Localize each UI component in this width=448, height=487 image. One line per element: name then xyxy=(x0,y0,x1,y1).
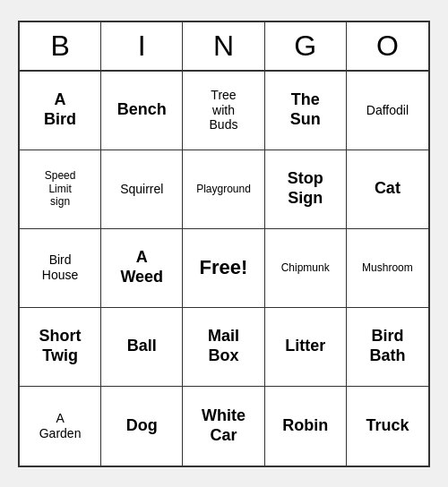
bingo-cell: ABird xyxy=(20,72,101,150)
bingo-cell: BirdBath xyxy=(347,308,428,387)
cell-label: TreewithBuds xyxy=(210,88,238,132)
cell-label: Cat xyxy=(375,179,401,199)
bingo-cell: Mushroom xyxy=(347,229,428,308)
bingo-cell: Daffodil xyxy=(347,72,428,150)
header-letter: I xyxy=(101,22,183,70)
bingo-card: BINGO ABirdBenchTreewithBudsTheSunDaffod… xyxy=(18,21,430,467)
bingo-cell: Dog xyxy=(101,387,183,466)
header-letter: G xyxy=(265,22,347,70)
cell-label: Ball xyxy=(127,337,157,356)
cell-label: AWeed xyxy=(120,248,163,286)
cell-label: Free! xyxy=(200,256,248,279)
bingo-cell: Playground xyxy=(183,150,264,229)
bingo-cell: SpeedLimitsign xyxy=(20,150,101,229)
bingo-cell: Free! xyxy=(183,229,264,308)
cell-label: ShortTwig xyxy=(39,327,82,365)
bingo-cell: Cat xyxy=(347,150,428,229)
bingo-cell: TheSun xyxy=(265,72,347,150)
cell-label: SpeedLimitsign xyxy=(45,169,76,208)
cell-label: TheSun xyxy=(290,90,321,129)
cell-label: Squirrel xyxy=(120,182,163,197)
cell-label: AGarden xyxy=(39,411,82,441)
bingo-cell: ShortTwig xyxy=(20,308,101,387)
bingo-cell: Bench xyxy=(101,72,183,150)
cell-label: Bench xyxy=(117,100,167,120)
cell-label: Robin xyxy=(282,416,328,436)
header-letter: N xyxy=(183,22,264,70)
cell-label: WhiteCar xyxy=(202,406,246,445)
cell-label: Litter xyxy=(285,337,325,356)
cell-label: Truck xyxy=(366,416,409,436)
bingo-cell: Chipmunk xyxy=(265,229,347,308)
bingo-header: BINGO xyxy=(20,22,428,72)
bingo-cell: Robin xyxy=(265,387,347,466)
bingo-cell: BirdHouse xyxy=(20,229,101,308)
bingo-cell: Truck xyxy=(347,387,428,466)
bingo-cell: AWeed xyxy=(101,229,183,308)
bingo-cell: Ball xyxy=(101,308,183,387)
cell-label: Playground xyxy=(196,183,251,195)
cell-label: StopSign xyxy=(288,169,323,208)
cell-label: Dog xyxy=(126,416,158,436)
bingo-cell: AGarden xyxy=(20,387,101,466)
cell-label: BirdBath xyxy=(369,327,405,365)
bingo-cell: StopSign xyxy=(265,150,347,229)
cell-label: Daffodil xyxy=(366,103,409,118)
cell-label: Mushroom xyxy=(362,261,413,274)
bingo-cell: WhiteCar xyxy=(183,387,264,466)
bingo-cell: TreewithBuds xyxy=(183,72,264,150)
cell-label: ABird xyxy=(44,90,76,129)
header-letter: B xyxy=(20,22,101,70)
cell-label: Chipmunk xyxy=(281,261,330,274)
bingo-cell: Squirrel xyxy=(101,150,183,229)
cell-label: MailBox xyxy=(208,327,239,365)
cell-label: BirdHouse xyxy=(42,252,78,283)
bingo-cell: Litter xyxy=(265,308,347,387)
bingo-cell: MailBox xyxy=(183,308,264,387)
header-letter: O xyxy=(347,22,428,70)
bingo-grid: ABirdBenchTreewithBudsTheSunDaffodilSpee… xyxy=(20,72,428,466)
